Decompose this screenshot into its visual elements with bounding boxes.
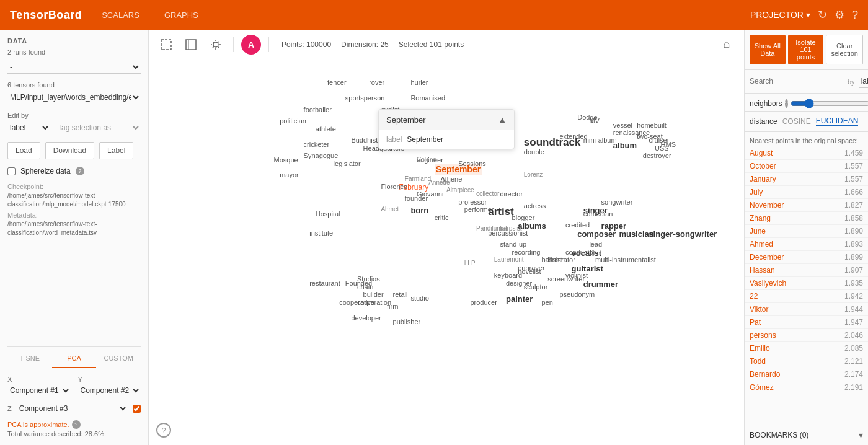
word-item[interactable]: born [410,206,428,215]
word-item[interactable]: Annette [428,179,450,186]
scalars-link[interactable]: SCALARS [97,8,144,22]
word-item[interactable]: artist [488,206,514,218]
help-question-icon[interactable]: ? [156,423,171,438]
word-item[interactable]: Hospital [316,210,340,218]
word-item[interactable]: builder [363,291,384,298]
word-item[interactable]: Ahmet [381,206,399,213]
word-item[interactable]: critic [435,214,449,221]
word-item[interactable]: pen [542,299,553,306]
word-item[interactable]: institute [309,229,333,237]
word-item[interactable]: fencer [327,79,347,86]
run-select[interactable]: - [7,61,141,74]
word-item[interactable]: album [613,141,637,150]
settings-icon[interactable]: ⚙ [835,8,844,22]
word-item[interactable]: hurler [410,79,428,86]
word-item[interactable]: collector [476,190,499,197]
word-item[interactable]: harpsist [500,225,521,232]
word-item[interactable]: painter [506,294,533,304]
label-button[interactable]: Label [99,142,133,159]
y-component-select[interactable]: Component #2 [78,384,141,397]
nearest-list-item[interactable]: November1.827 [745,199,868,212]
word-item[interactable]: Founded [345,280,372,287]
popup-chevron-icon[interactable]: ▲ [498,115,507,125]
word-item[interactable]: producer [470,299,497,306]
word-item[interactable]: Mosque [274,156,298,164]
nearest-list-item[interactable]: December1.899 [745,251,868,264]
word-item[interactable]: composer [577,229,616,239]
word-item[interactable]: bassist [542,256,563,263]
word-item[interactable]: recording [512,249,541,256]
word-item[interactable]: professor [458,198,487,206]
word-item[interactable]: mini-album [583,136,617,144]
nearest-list-item[interactable]: 221.942 [745,290,868,303]
word-item[interactable]: USS [655,144,669,152]
word-item[interactable]: blogger [512,214,535,221]
tab-tsne[interactable]: T-SNE [7,347,52,368]
nearest-list-item[interactable]: August1.459 [745,147,868,160]
brightness-icon[interactable] [206,35,226,55]
home-icon[interactable]: ⌂ [717,35,737,55]
word-item[interactable]: drummer [583,280,618,289]
word-item[interactable]: legislator [334,160,361,167]
tag-selection-select[interactable]: Tag selection as [55,121,141,134]
word-item[interactable]: actress [524,202,546,209]
load-button[interactable]: Load [7,142,40,159]
word-item[interactable]: director [500,190,523,198]
nearest-list-item[interactable]: June1.890 [745,225,868,238]
word-item[interactable]: developer [351,314,381,322]
x-component-select[interactable]: Component #1 [7,384,71,397]
tensor-select[interactable]: MLP/input_layer/words_embedding/e [7,91,141,104]
word-item[interactable]: firm [387,302,398,310]
word-item[interactable]: corporation [357,299,391,306]
word-item[interactable]: Florence [381,183,407,190]
word-item[interactable]: screenwriter [547,275,585,283]
word-item[interactable]: lead [589,240,602,248]
neighbors-help-icon[interactable]: ? [785,99,788,108]
nearest-list-item[interactable]: Zhang1.858 [745,212,868,225]
word-item[interactable]: Dodge [577,113,597,121]
projector-dropdown[interactable]: PROJECTOR ▾ [750,10,810,20]
word-item[interactable]: vessel [613,121,632,129]
word-item[interactable]: destroyer [643,152,671,159]
nearest-list-item[interactable]: Vasilyevich1.935 [745,277,868,290]
cosine-option[interactable]: COSINE [782,117,811,126]
word-item[interactable]: keyboard [494,271,522,279]
word-item[interactable]: cruiser [649,136,669,144]
word-item[interactable]: LLP [464,260,476,267]
nearest-list-item[interactable]: persons2.046 [745,329,868,342]
isolate-points-button[interactable]: Isolate 101 points [788,35,824,64]
clear-selection-button[interactable]: Clear selection [826,35,863,64]
help-icon[interactable]: ? [852,9,858,22]
z-checkbox[interactable] [133,405,141,413]
neighbors-slider[interactable] [790,99,868,108]
word-item[interactable]: mayor [280,171,299,178]
edit-by-select[interactable]: label [7,121,50,134]
select-night-icon[interactable] [181,35,201,55]
word-item[interactable]: rover [369,79,384,86]
word-item[interactable]: Altarpiece [446,187,474,193]
word-item[interactable]: Buddhist [351,136,378,144]
nearest-list-item[interactable]: Hassan1.907 [745,264,868,277]
word-item[interactable]: Synagogue [304,152,339,159]
sphereize-help-icon[interactable]: ? [76,167,84,175]
nearest-list-item[interactable]: January1.557 [745,173,868,186]
word-item[interactable]: songwriter [601,198,633,206]
word-item[interactable]: Lauremont [494,256,524,263]
word-item[interactable]: Lorenz [524,171,543,178]
nearest-list-item[interactable]: Ahmed1.893 [745,238,868,251]
word-item[interactable]: singer-songwriter [649,229,717,239]
word-item[interactable]: September [435,164,482,175]
word-item[interactable]: stand-up [500,240,526,248]
euclidean-option[interactable]: EUCLIDEAN [816,117,859,126]
z-component-select[interactable]: Component #3 [17,402,128,415]
download-button[interactable]: Download [45,142,94,159]
word-item[interactable]: pseudonym [559,291,595,298]
word-item[interactable]: restaurant [309,280,340,287]
nearest-list-item[interactable]: Viktor1.944 [745,303,868,316]
word-item[interactable]: Colone [417,156,436,163]
word-item[interactable]: Romanised [410,94,445,102]
search-input[interactable] [750,76,843,87]
word-item[interactable]: retail [393,291,408,298]
word-item[interactable]: conductor [565,249,595,256]
word-item[interactable]: engraver [518,264,544,271]
